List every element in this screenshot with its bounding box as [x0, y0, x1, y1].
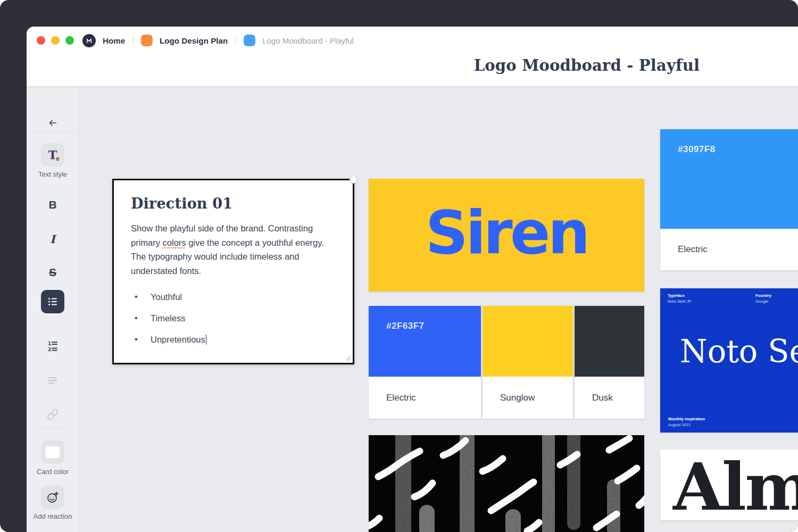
- app-frame: Home / Logo Design Plan / Logo Moodboard…: [0, 0, 798, 532]
- card-color-icon: [46, 446, 60, 458]
- strikethrough-icon: S: [49, 266, 56, 279]
- color-swatch[interactable]: #3097F8: [660, 129, 798, 229]
- text-cursor: [206, 335, 207, 345]
- color-card-electric-light[interactable]: #3097F8 Electric: [660, 129, 798, 270]
- add-reaction-button[interactable]: [41, 486, 64, 509]
- collapse-sidebar-button[interactable]: [27, 117, 79, 129]
- back-arrow-icon: [47, 117, 59, 129]
- sidebar-divider: [41, 428, 64, 428]
- bullet-list[interactable]: • Youthful • Timeless • Unpretentious: [131, 286, 337, 350]
- svg-text:1: 1: [48, 341, 51, 346]
- header-bar: Home / Logo Design Plan / Logo Moodboard…: [27, 27, 798, 87]
- text-card-direction[interactable]: Direction 01 Show the playful side of th…: [112, 179, 354, 364]
- color-hex-value: #3097F8: [678, 144, 716, 154]
- image-card-pattern[interactable]: [369, 435, 644, 532]
- alignment-icon: [47, 375, 59, 386]
- image-card-noto-serif[interactable]: Typeface Noto Serif JP Foundry Google No…: [660, 288, 798, 433]
- color-name: Electric: [369, 377, 481, 419]
- alm-specimen-text: Alm: [660, 451, 798, 519]
- list-item: • Youthful: [131, 286, 337, 307]
- breadcrumb-separator: /: [132, 36, 134, 45]
- card-title[interactable]: Direction 01: [131, 195, 337, 212]
- minimize-window-button[interactable]: [51, 36, 60, 45]
- connector-handle[interactable]: [350, 176, 358, 184]
- link-icon: [47, 409, 59, 420]
- formatting-sidebar: T Text style B I S: [27, 87, 79, 532]
- add-reaction-label: Add reaction: [27, 512, 79, 520]
- color-card-dusk[interactable]: Dusk: [575, 306, 644, 419]
- numbered-list-button[interactable]: 1 2: [41, 335, 64, 358]
- text-style-label: Text style: [27, 170, 79, 178]
- list-item: • Unpretentious: [131, 329, 337, 350]
- pattern-image: [369, 435, 644, 532]
- add-reaction-icon: [46, 491, 59, 504]
- card-color-button[interactable]: [41, 440, 64, 464]
- color-swatch[interactable]: [483, 306, 573, 377]
- misspelled-word: colors: [163, 238, 186, 247]
- close-window-button[interactable]: [37, 36, 45, 45]
- color-name: Electric: [660, 229, 798, 270]
- resize-handle-icon[interactable]: [344, 354, 351, 361]
- alignment-button[interactable]: [41, 369, 64, 392]
- breadcrumb-home[interactable]: Home: [103, 36, 125, 45]
- foundry-meta: Foundry Google: [755, 293, 771, 304]
- typeface-meta: Typeface Noto Serif JP: [668, 293, 691, 304]
- color-card-sunglow[interactable]: Sunglow: [483, 306, 573, 419]
- text-style-button[interactable]: T: [41, 143, 64, 167]
- color-hex-value: #2F63F7: [386, 321, 425, 331]
- image-card-alm-type[interactable]: Alm: [660, 450, 798, 520]
- window-controls: [37, 36, 74, 45]
- sidebar-divider: [27, 131, 79, 132]
- typeface-specimen: Noto Se: [680, 336, 798, 367]
- bold-button[interactable]: B: [41, 193, 64, 217]
- board-icon-blue[interactable]: [244, 35, 255, 46]
- noto-footer: Monthly inspiration August 2021: [668, 416, 705, 428]
- board-canvas[interactable]: Direction 01 Show the playful side of th…: [79, 87, 798, 532]
- italic-button[interactable]: I: [41, 227, 64, 251]
- siren-logo-text: Siren: [426, 203, 588, 268]
- breadcrumb-board-current[interactable]: Logo Moodboard - Playful: [262, 36, 354, 45]
- maximize-window-button[interactable]: [65, 36, 74, 45]
- color-name: Dusk: [575, 377, 644, 419]
- app-window: Home / Logo Design Plan / Logo Moodboard…: [27, 27, 798, 532]
- svg-text:2: 2: [48, 347, 51, 352]
- color-name: Sunglow: [483, 377, 573, 419]
- milanote-logo-icon[interactable]: [82, 34, 96, 47]
- color-swatch[interactable]: #2F63F7: [369, 306, 481, 377]
- breadcrumb-separator: /: [235, 36, 237, 45]
- italic-icon: I: [50, 232, 55, 246]
- breadcrumb: Home / Logo Design Plan / Logo Moodboard…: [82, 33, 354, 48]
- bullet-list-button[interactable]: [41, 290, 64, 313]
- card-color-label: Card color: [27, 468, 79, 476]
- image-card-siren-logo[interactable]: Siren: [369, 179, 644, 292]
- bullet-list-icon: [47, 296, 59, 307]
- bold-icon: B: [48, 198, 56, 211]
- card-body-text[interactable]: Show the playful side of the brand. Cont…: [131, 221, 339, 278]
- link-button[interactable]: [41, 403, 64, 426]
- list-item: • Timeless: [131, 307, 337, 329]
- text-style-icon: T: [48, 149, 57, 161]
- color-swatch[interactable]: [575, 306, 644, 377]
- numbered-list-icon: 1 2: [46, 340, 59, 353]
- board-icon-orange[interactable]: [141, 35, 153, 46]
- breadcrumb-board-parent[interactable]: Logo Design Plan: [160, 36, 228, 45]
- color-card-electric[interactable]: #2F63F7 Electric: [369, 306, 481, 419]
- page-title: Logo Moodboard - Playful: [454, 56, 720, 74]
